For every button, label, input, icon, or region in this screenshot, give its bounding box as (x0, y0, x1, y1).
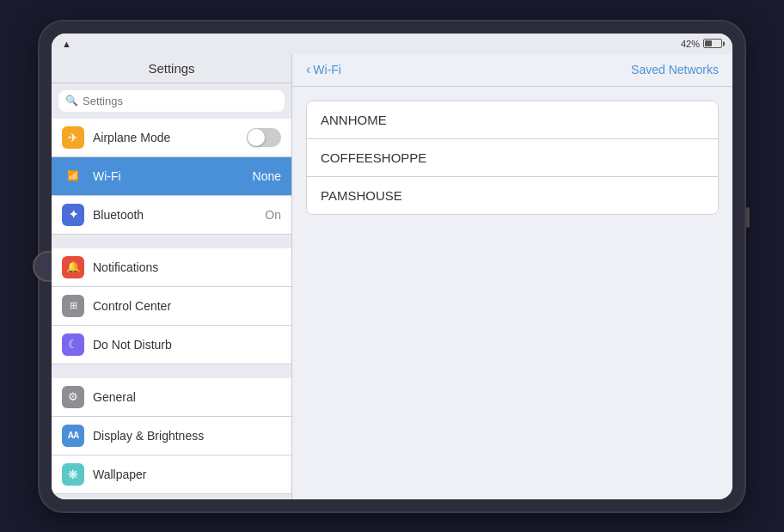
chevron-left-icon: ‹ (306, 62, 310, 77)
search-input[interactable] (83, 95, 278, 107)
bluetooth-icon: ✦ (62, 204, 84, 226)
control-center-icon: ⊞ (62, 295, 84, 317)
display-brightness-label: Display & Brightness (93, 429, 281, 443)
wifi-status-icon: ▲ (62, 39, 71, 49)
saved-networks-button[interactable]: Saved Networks (631, 63, 719, 76)
display-brightness-icon: AA (62, 425, 84, 447)
status-left: ▲ (62, 39, 71, 49)
notifications-label: Notifications (93, 260, 281, 274)
settings-group-3: ⚙ General AA Display & Brightness ❋ Wall… (52, 378, 291, 494)
airplane-mode-toggle[interactable] (247, 128, 281, 147)
toggle-thumb (248, 129, 265, 146)
airplane-mode-icon: ✈ (62, 126, 84, 149)
sidebar-item-display-brightness[interactable]: AA Display & Brightness (52, 417, 291, 456)
sidebar-item-do-not-disturb[interactable]: ☾ Do Not Disturb (52, 326, 291, 364)
search-icon: 🔍 (65, 95, 78, 107)
wifi-label: Wi-Fi (93, 169, 244, 183)
ipad-device: ▲ 42% Settings 🔍 (40, 21, 744, 511)
group-divider-1 (52, 235, 291, 248)
network-item-annhome[interactable]: ANNHOME (307, 101, 718, 139)
settings-group-1: ✈ Airplane Mode 📶 Wi-Fi None (52, 119, 291, 235)
main-content: ANNHOME COFFEESHOPPE PAMSHOUSE (292, 87, 732, 499)
sidebar: Settings 🔍 ✈ Airplane Mode (52, 54, 292, 499)
wallpaper-icon: ❋ (62, 463, 84, 486)
networks-card: ANNHOME COFFEESHOPPE PAMSHOUSE (306, 101, 719, 215)
search-bar[interactable]: 🔍 (58, 90, 285, 112)
sidebar-header: Settings (52, 54, 291, 83)
notifications-icon: 🔔 (62, 256, 84, 278)
wallpaper-label: Wallpaper (93, 468, 281, 481)
do-not-disturb-label: Do Not Disturb (93, 338, 281, 352)
bluetooth-label: Bluetooth (93, 208, 256, 222)
sidebar-item-control-center[interactable]: ⊞ Control Center (52, 287, 291, 326)
status-right: 42% (681, 39, 722, 49)
general-label: General (93, 390, 281, 404)
sidebar-item-notifications[interactable]: 🔔 Notifications (52, 248, 291, 287)
general-icon: ⚙ (62, 386, 84, 408)
back-label: Wi-Fi (313, 63, 341, 76)
wifi-value: None (253, 169, 281, 183)
battery-icon (703, 39, 722, 48)
network-item-coffeeshoppe[interactable]: COFFEESHOPPE (307, 139, 718, 177)
sidebar-item-bluetooth[interactable]: ✦ Bluetooth On (52, 196, 291, 235)
group-divider-2 (52, 364, 291, 378)
sidebar-item-general[interactable]: ⚙ General (52, 378, 291, 417)
screen: ▲ 42% Settings 🔍 (52, 34, 732, 499)
side-button[interactable] (746, 207, 750, 228)
network-name-annhome: ANNHOME (321, 113, 387, 127)
settings-group-2: 🔔 Notifications ⊞ Control Center ☾ Do No… (52, 248, 291, 364)
status-bar: ▲ 42% (52, 34, 732, 54)
battery-fill (705, 40, 712, 46)
battery-percent: 42% (681, 39, 700, 49)
airplane-mode-label: Airplane Mode (93, 131, 238, 144)
sidebar-item-wifi[interactable]: 📶 Wi-Fi None (52, 157, 291, 196)
bluetooth-value: On (265, 208, 281, 222)
settings-list: ✈ Airplane Mode 📶 Wi-Fi None (52, 119, 291, 499)
network-name-coffeeshoppe: COFFEESHOPPE (321, 150, 426, 165)
content-area: Settings 🔍 ✈ Airplane Mode (52, 54, 732, 499)
sidebar-item-wallpaper[interactable]: ❋ Wallpaper (52, 456, 291, 494)
network-item-pamshouse[interactable]: PAMSHOUSE (307, 177, 718, 214)
sidebar-item-airplane-mode[interactable]: ✈ Airplane Mode (52, 119, 291, 157)
control-center-label: Control Center (93, 299, 281, 313)
main-header: ‹ Wi-Fi Saved Networks (292, 54, 732, 87)
network-name-pamshouse: PAMSHOUSE (321, 188, 402, 203)
main-panel: ‹ Wi-Fi Saved Networks ANNHOME COFFEESHO… (292, 54, 732, 499)
do-not-disturb-icon: ☾ (62, 333, 84, 356)
wifi-icon: 📶 (62, 165, 84, 187)
back-button[interactable]: ‹ Wi-Fi (306, 62, 341, 77)
